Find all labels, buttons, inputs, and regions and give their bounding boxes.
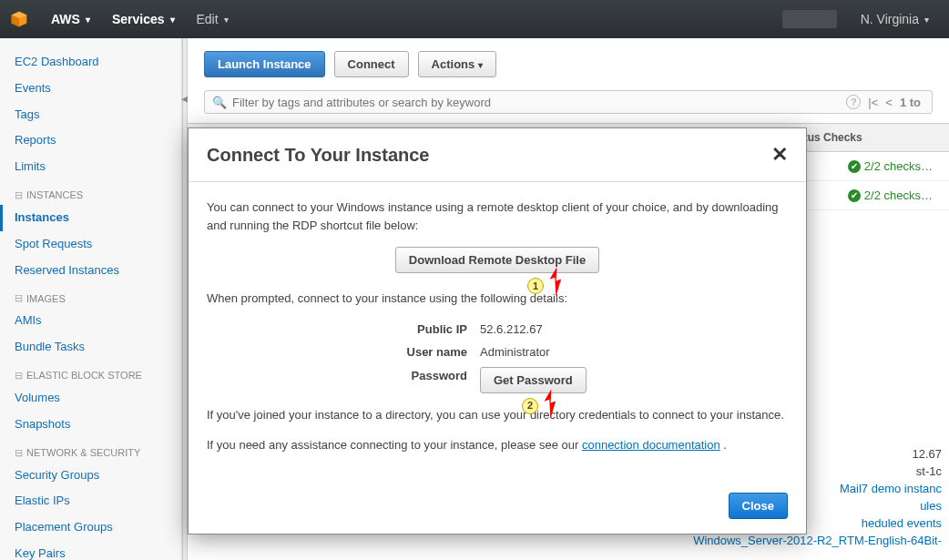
modal-header: Connect To Your Instance ✕ bbox=[189, 128, 806, 182]
modal-backdrop: Connect To Your Instance ✕ You can conne… bbox=[0, 0, 949, 560]
modal-prompt-text: When prompted, connect to your instance … bbox=[207, 290, 788, 308]
close-icon[interactable]: ✕ bbox=[771, 143, 788, 167]
modal-body: You can connect to your Windows instance… bbox=[189, 182, 806, 484]
value-username: Administrator bbox=[480, 343, 788, 361]
modal-footer: Close bbox=[189, 484, 806, 534]
label-username: User name bbox=[207, 343, 480, 361]
connection-doc-link[interactable]: connection documentation bbox=[582, 438, 720, 452]
modal-intro-text: You can connect to your Windows instance… bbox=[207, 199, 788, 234]
label-public-ip: Public IP bbox=[207, 321, 480, 339]
annotation-arrow-1 bbox=[542, 263, 578, 305]
help-prefix: If you need any assistance connecting to… bbox=[207, 438, 582, 452]
close-button[interactable]: Close bbox=[729, 493, 788, 519]
connect-modal: Connect To Your Instance ✕ You can conne… bbox=[188, 127, 807, 535]
modal-help-line: If you need any assistance connecting to… bbox=[207, 436, 788, 454]
modal-title: Connect To Your Instance bbox=[207, 145, 771, 166]
modal-directory-text: If you've joined your instance to a dire… bbox=[207, 406, 788, 424]
value-public-ip: 52.6.212.67 bbox=[480, 321, 788, 339]
annotation-arrow-2 bbox=[536, 385, 573, 427]
label-password: Password bbox=[207, 367, 480, 393]
